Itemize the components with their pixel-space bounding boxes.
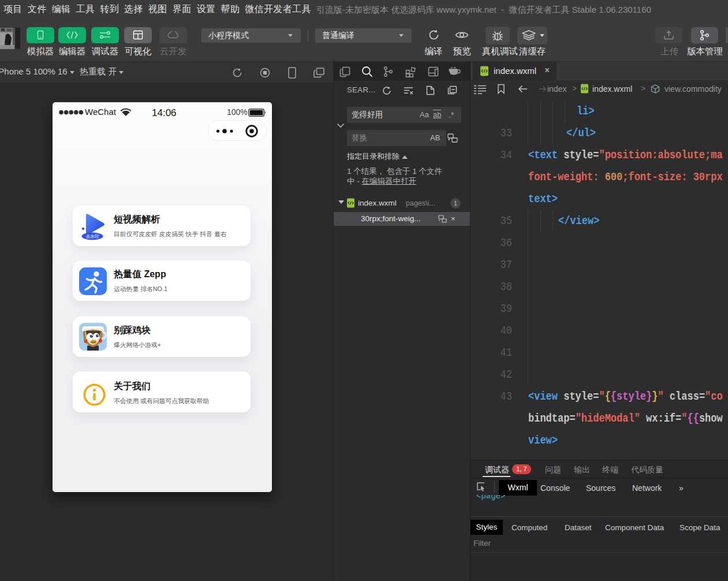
svg-text:去水印: 去水印	[86, 234, 99, 239]
